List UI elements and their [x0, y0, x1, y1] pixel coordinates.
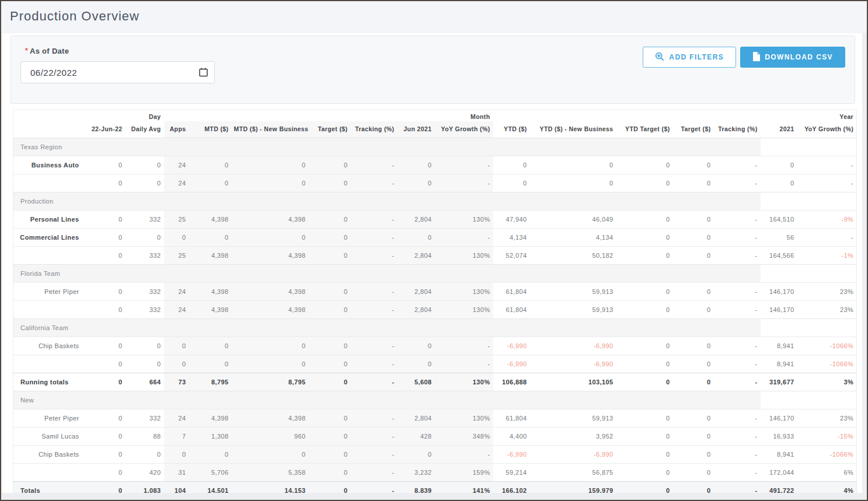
cell: 0 [126, 337, 164, 355]
cell: - [714, 373, 761, 391]
cell: 4,398 [189, 409, 232, 428]
calendar-icon[interactable] [199, 68, 208, 79]
cell: 0 [673, 283, 714, 301]
cell: -6,990 [530, 355, 616, 373]
cell: - [714, 428, 761, 446]
table-row: 0420315,7065,3580-3,232159%59,21456,8750… [13, 464, 857, 482]
cell: - [351, 337, 398, 355]
cell: - [351, 301, 398, 319]
row-label [13, 174, 83, 192]
as-of-date-label: *As of Date [25, 47, 215, 55]
required-asterisk: * [25, 47, 28, 55]
as-of-date-input[interactable] [20, 61, 215, 83]
cell: 73 [164, 373, 189, 391]
cell: 0 [164, 355, 189, 373]
column-header: Daily Avg [126, 121, 164, 138]
cell: 0 [673, 428, 714, 446]
add-filters-button[interactable]: ADD FILTERS [643, 47, 736, 68]
row-label: Running totals [13, 373, 83, 391]
cell: 159% [435, 464, 493, 482]
cell: 332 [126, 247, 164, 265]
cell: 0 [673, 409, 714, 428]
cell: - [714, 229, 761, 247]
row-label: Peter Piper [13, 409, 83, 428]
table-row: 0332254,3984,3980-2,804130%52,07450,1820… [13, 247, 857, 265]
cell: 0 [761, 174, 797, 192]
row-label [13, 355, 83, 373]
cell: 0 [232, 446, 309, 464]
cell: 0 [673, 373, 714, 391]
column-header: 22-Jun-22 [83, 121, 126, 138]
cell: 24 [164, 409, 189, 428]
cell: 420 [126, 464, 164, 482]
cell: 4,398 [232, 211, 309, 229]
cell: - [351, 247, 398, 265]
add-filters-label: ADD FILTERS [669, 53, 724, 61]
cell: 0 [189, 446, 232, 464]
cell: 0 [398, 355, 435, 373]
cell: 0 [83, 373, 126, 391]
table-row: Chip Baskets000000-0--6,990-6,99000-8,94… [13, 337, 857, 355]
column-header: YoY Growth (%) [797, 121, 857, 138]
cell: 8,941 [761, 337, 797, 355]
column-header: Target ($) [673, 121, 714, 138]
cell: 0 [616, 247, 673, 265]
column-group-day: Day [83, 110, 164, 122]
cell: 0 [232, 174, 309, 192]
cell: 0 [493, 174, 530, 192]
cell: 0 [83, 211, 126, 229]
cell: - [351, 229, 398, 247]
cell: - [435, 229, 493, 247]
cell: 332 [126, 283, 164, 301]
column-header: MTD ($) - New Business [232, 121, 309, 138]
cell: 2,804 [398, 409, 435, 428]
column-group-header-row: DayMonthYear [13, 110, 857, 122]
cell: 0 [673, 174, 714, 192]
row-label: Chip Baskets [13, 337, 83, 355]
cell: 56 [761, 229, 797, 247]
cell: 0 [616, 355, 673, 373]
group-row-spacer [761, 138, 797, 156]
column-group-year: Year [493, 110, 857, 122]
cell: 0 [189, 337, 232, 355]
cell: 24 [164, 174, 189, 192]
cell: 0 [493, 156, 530, 174]
cell: 0 [309, 211, 351, 229]
row-label [13, 247, 83, 265]
cell: - [714, 301, 761, 319]
table-row: Samil Lucas08871,3089600-428348%4,4003,9… [13, 428, 857, 446]
row-label [13, 301, 83, 319]
cell: 0 [83, 337, 126, 355]
cell: 4,398 [232, 247, 309, 265]
cell: 164,510 [761, 211, 797, 229]
column-header: Apps [164, 121, 189, 138]
download-csv-button[interactable]: DOWNLOAD CSV [740, 47, 845, 68]
row-label: Commercial Lines [13, 229, 83, 247]
cell: 61,804 [493, 283, 530, 301]
cell: 0 [232, 337, 309, 355]
cell: 0 [616, 174, 673, 192]
cell: - [435, 174, 493, 192]
group-row-spacer [761, 391, 797, 409]
cell: -6,990 [493, 446, 530, 464]
cell: 0 [309, 229, 351, 247]
row-label: Peter Piper [13, 283, 83, 301]
cell: 25 [164, 247, 189, 265]
cell: 2,804 [398, 283, 435, 301]
cell: 24 [164, 283, 189, 301]
cell: 0 [83, 174, 126, 192]
group-label: California Team [13, 319, 761, 337]
cell: 0 [309, 174, 351, 192]
cell: 52,074 [493, 247, 530, 265]
bottom-gutter [1, 493, 867, 500]
main-card: *As of Date [2, 33, 863, 494]
cell: 0 [530, 174, 616, 192]
column-header-row: 22-Jun-22Daily AvgAppsMTD ($)MTD ($) - N… [13, 121, 857, 138]
cell: 59,913 [530, 409, 616, 428]
row-label [13, 464, 83, 482]
cell: 0 [761, 156, 797, 174]
cell: 332 [126, 409, 164, 428]
cell: 24 [164, 156, 189, 174]
cell: 3,232 [398, 464, 435, 482]
cell: 50,182 [530, 247, 616, 265]
